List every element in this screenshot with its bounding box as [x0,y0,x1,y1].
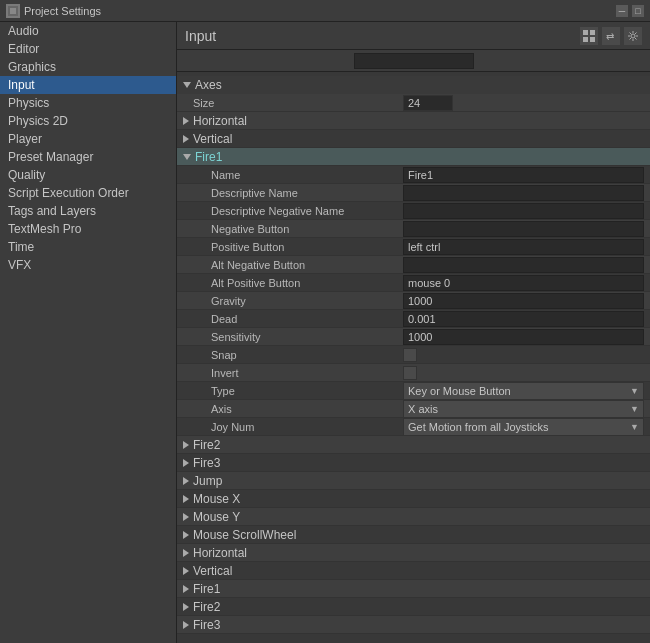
prop-row-name: Name [177,166,650,184]
axes-section-header[interactable]: Axes [177,76,650,94]
axis-row-horizontal-2[interactable]: Horizontal [177,544,650,562]
axis-row-fire1-2[interactable]: Fire1 [177,580,650,598]
mouse-x-arrow-icon [183,495,189,503]
horizontal-arrow-icon [183,117,189,125]
sidebar-item-textmesh[interactable]: TextMesh Pro [0,220,176,238]
sidebar-item-vfx[interactable]: VFX [0,256,176,274]
size-row: Size [177,94,650,112]
axis-row-fire2-2[interactable]: Fire2 [177,598,650,616]
prop-dropdown-joy-num[interactable]: Get Motion from all Joysticks ▼ [403,418,644,436]
prop-label-gravity: Gravity [183,295,403,307]
prop-row-axis: Axis X axis ▼ [177,400,650,418]
header-icon-grid[interactable] [580,27,598,45]
prop-label-sensitivity: Sensitivity [183,331,403,343]
sidebar-item-script-execution[interactable]: Script Execution Order [0,184,176,202]
prop-row-alt-neg-btn: Alt Negative Button [177,256,650,274]
header-icon-gear[interactable] [624,27,642,45]
svg-text:⇄: ⇄ [606,31,614,42]
jump-label: Jump [193,474,222,488]
axis-row-jump[interactable]: Jump [177,472,650,490]
prop-dropdown-type-value: Key or Mouse Button [408,385,511,397]
content-header: Input ⇄ [177,22,650,50]
prop-row-dead: Dead [177,310,650,328]
mouse-y-label: Mouse Y [193,510,240,524]
prop-label-pos-btn: Positive Button [183,241,403,253]
prop-dropdown-type[interactable]: Key or Mouse Button ▼ [403,382,644,400]
axis-row-fire1[interactable]: Fire1 [177,148,650,166]
sidebar-item-quality[interactable]: Quality [0,166,176,184]
prop-label-snap: Snap [183,349,403,361]
prop-input-sensitivity[interactable] [403,329,644,345]
search-input[interactable] [354,53,474,69]
size-input[interactable] [403,95,453,111]
inspector: Axes Size Horizontal Vertical [177,72,650,638]
minimize-button[interactable]: ─ [616,5,628,17]
axis-row-mouse-scroll[interactable]: Mouse ScrollWheel [177,526,650,544]
window-controls: ─ □ [616,5,644,17]
axis-row-horizontal[interactable]: Horizontal [177,112,650,130]
prop-row-sensitivity: Sensitivity [177,328,650,346]
prop-input-gravity[interactable] [403,293,644,309]
prop-dropdown-axis[interactable]: X axis ▼ [403,400,644,418]
axes-arrow-icon [183,82,191,88]
prop-input-pos-btn[interactable] [403,239,644,255]
axis-row-fire3[interactable]: Fire3 [177,454,650,472]
fire3-arrow-icon [183,459,189,467]
prop-label-name: Name [183,169,403,181]
fire2-label: Fire2 [193,438,220,452]
prop-input-alt-pos-btn[interactable] [403,275,644,291]
prop-input-name[interactable] [403,167,644,183]
prop-label-alt-pos-btn: Alt Positive Button [183,277,403,289]
prop-label-axis: Axis [183,403,403,415]
axis-row-mouse-x[interactable]: Mouse X [177,490,650,508]
header-icons: ⇄ [580,27,642,45]
sidebar-item-graphics[interactable]: Graphics [0,58,176,76]
fire2-2-arrow-icon [183,603,189,611]
sidebar-item-audio[interactable]: Audio [0,22,176,40]
sidebar-item-input[interactable]: Input [0,76,176,94]
sidebar-item-editor[interactable]: Editor [0,40,176,58]
svg-rect-3 [590,30,595,35]
fire1-arrow-icon [183,154,191,160]
header-icon-arrows[interactable]: ⇄ [602,27,620,45]
prop-row-pos-btn: Positive Button [177,238,650,256]
svg-rect-2 [583,30,588,35]
svg-point-7 [631,34,635,38]
svg-rect-4 [583,37,588,42]
prop-row-alt-pos-btn: Alt Positive Button [177,274,650,292]
prop-checkbox-invert[interactable] [403,366,417,380]
prop-label-type: Type [183,385,403,397]
prop-input-desc-neg-name[interactable] [403,203,644,219]
axis-row-fire3-2[interactable]: Fire3 [177,616,650,634]
prop-input-dead[interactable] [403,311,644,327]
prop-row-joy-num: Joy Num Get Motion from all Joysticks ▼ [177,418,650,436]
prop-input-alt-neg-btn[interactable] [403,257,644,273]
maximize-button[interactable]: □ [632,5,644,17]
sidebar-item-player[interactable]: Player [0,130,176,148]
axis-row-vertical-2[interactable]: Vertical [177,562,650,580]
prop-input-neg-btn[interactable] [403,221,644,237]
svg-rect-5 [590,37,595,42]
axis-row-mouse-y[interactable]: Mouse Y [177,508,650,526]
sidebar-item-tags-layers[interactable]: Tags and Layers [0,202,176,220]
sidebar-item-physics[interactable]: Physics [0,94,176,112]
prop-label-desc-name: Descriptive Name [183,187,403,199]
axis-row-fire2[interactable]: Fire2 [177,436,650,454]
inspector-scroll[interactable]: Axes Size Horizontal Vertical [177,72,650,643]
search-bar-area [177,50,650,72]
prop-checkbox-snap[interactable] [403,348,417,362]
app-icon [6,4,20,18]
prop-row-gravity: Gravity [177,292,650,310]
sidebar-item-physics2d[interactable]: Physics 2D [0,112,176,130]
axis-row-vertical[interactable]: Vertical [177,130,650,148]
fire1-2-arrow-icon [183,585,189,593]
prop-label-desc-neg-name: Descriptive Negative Name [183,205,403,217]
horizontal-label: Horizontal [193,114,247,128]
mouse-y-arrow-icon [183,513,189,521]
prop-input-desc-name[interactable] [403,185,644,201]
sidebar-item-time[interactable]: Time [0,238,176,256]
sidebar-item-preset-manager[interactable]: Preset Manager [0,148,176,166]
horizontal-2-label: Horizontal [193,546,247,560]
prop-dropdown-joy-num-value: Get Motion from all Joysticks [408,421,549,433]
mouse-scroll-label: Mouse ScrollWheel [193,528,296,542]
